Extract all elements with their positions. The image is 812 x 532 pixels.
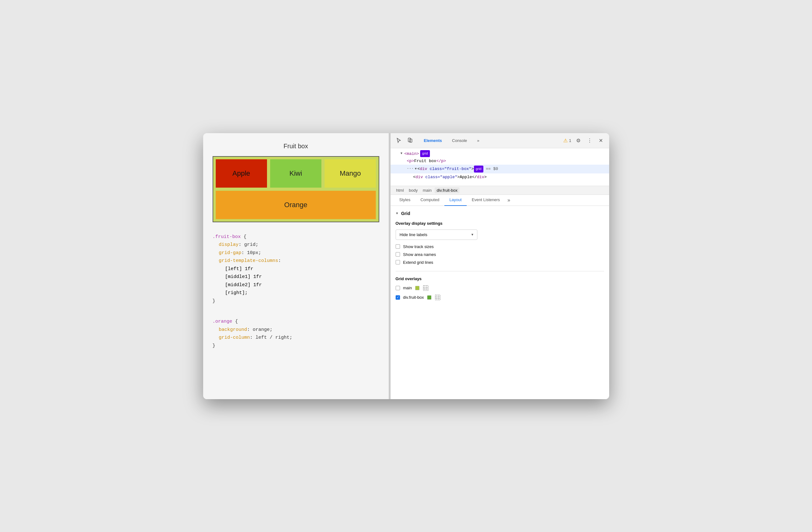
dom-badge-main: grid [420,150,430,157]
browser-content: Fruit box Apple Kiwi Mango Orange .fruit… [203,133,609,399]
browser-window: Fruit box Apple Kiwi Mango Orange .fruit… [203,133,609,399]
devtools-main-tabs: Elements Console » [420,136,561,145]
grid-overlays-title: Grid overlays [396,276,604,281]
overlay-fruitbox-swatch[interactable] [427,295,432,300]
dom-tag-fruitbox: <div class="fruit-box"> [417,165,474,172]
devtools-panel: Elements Console » ⚠ 1 ⚙ ⋮ ✕ [391,133,609,399]
ellipsis-btn[interactable]: ··· [407,166,414,172]
code-line-gridcol: grid-column: left / right; [219,334,379,342]
dom-dollar: == $0 [483,165,498,172]
code-brace-close-1: } [213,298,215,304]
fruit-grid: Apple Kiwi Mango Orange [216,159,376,219]
checkbox-area-names-box[interactable] [396,252,400,256]
panel-divider[interactable] [389,133,391,399]
code-brace-open-1: { [244,234,247,240]
devtools-toolbar: Elements Console » ⚠ 1 ⚙ ⋮ ✕ [391,133,609,148]
grid-triangle-icon: ▼ [396,212,399,215]
dom-tag-main: <main> [404,150,419,157]
tab-more[interactable]: » [473,136,484,145]
layout-content: ▼ Grid Overlay display settings Hide lin… [391,206,609,399]
svg-rect-2 [423,285,428,291]
tab-event-listeners[interactable]: Event Listeners [467,195,505,206]
checkbox-area-names[interactable]: Show area names [396,252,604,257]
code-selector-2: .orange [213,319,232,324]
dom-line-main[interactable]: ▼ <main> grid [394,150,605,157]
warning-badge: ⚠ 1 [563,138,571,143]
page-title: Fruit box [213,143,379,150]
code-line-left: [left] 1fr [225,265,379,273]
grid-section-title: Grid [401,211,410,216]
device-icon-btn[interactable] [406,136,415,145]
code-line-columns: grid-template-columns: [219,257,379,265]
tab-styles[interactable]: Styles [394,195,416,206]
overlay-main-label: main [403,285,412,290]
section-divider [396,271,604,271]
breadcrumb-main[interactable]: main [421,187,433,193]
dom-line-fruit-box[interactable]: ··· ▼ <div class="fruit-box"> grid == $0 [391,165,609,173]
checkbox-track-sizes-box[interactable] [396,244,400,249]
toolbar-right: ⚠ 1 ⚙ ⋮ ✕ [563,136,605,145]
checkbox-extend-lines-box[interactable] [396,260,400,264]
code-line-display: display: grid; [219,241,379,249]
code-line-gap: grid-gap: 10px; [219,249,379,257]
tab-layout[interactable]: Layout [444,195,467,206]
code-brace-open-2: { [235,319,238,324]
settings-btn[interactable]: ⚙ [574,136,583,145]
overlay-settings-title: Overlay display settings [396,221,604,226]
checkbox-track-sizes[interactable]: Show track sizes [396,244,604,249]
svg-rect-7 [435,295,440,300]
overlay-fruitbox-label: div.fruit-box [403,295,424,300]
overlay-fruitbox-grid-icon[interactable] [435,294,441,300]
dom-tree: ▼ <main> grid <p>Fruit box</p> ··· ▼ <di… [391,148,609,186]
cursor-icon-btn[interactable] [394,136,403,145]
tab-computed[interactable]: Computed [416,195,444,206]
dom-line-p[interactable]: <p>Fruit box</p> [394,157,605,165]
checkbox-main-box[interactable] [396,286,400,290]
grid-overlays-section: Grid overlays main [396,276,604,300]
breadcrumb-fruitbox[interactable]: div.fruit-box [435,187,459,193]
checkbox-track-sizes-label: Show track sizes [403,244,434,249]
overlay-row-main: main [396,285,604,291]
dom-triangle-main: ▼ [401,151,403,156]
checkbox-extend-lines-label: Extend grid lines [403,260,433,265]
layout-panel-tabs: Styles Computed Layout Event Listeners » [391,195,609,206]
dropdown-arrow-icon: ▾ [472,232,473,237]
fruit-cell-mango: Mango [324,159,376,187]
close-btn[interactable]: ✕ [597,136,605,145]
overlay-settings: Overlay display settings Hide line label… [396,221,604,265]
dom-tag-p: <p>Fruit box</p> [407,157,446,165]
kebab-btn[interactable]: ⋮ [585,136,594,145]
webpage-panel: Fruit box Apple Kiwi Mango Orange .fruit… [203,133,389,399]
tab-elements[interactable]: Elements [420,136,447,145]
breadcrumb: html body main div.fruit-box [391,186,609,195]
code-block-2: .orange { background: orange; grid-colum… [213,314,379,353]
warning-icon: ⚠ [563,138,568,143]
code-line-right: [right]; [225,289,379,297]
overlay-main-grid-icon[interactable] [423,285,429,291]
overlay-main-swatch[interactable] [415,286,420,290]
dom-badge-fruitbox: grid [474,166,483,172]
fruit-grid-visual: Apple Kiwi Mango Orange [213,156,379,222]
breadcrumb-html[interactable]: html [394,187,406,193]
fruit-cell-orange: Orange [216,191,376,219]
overlay-row-fruitbox: ✓ div.fruit-box [396,294,604,300]
code-line-middle2: [middle2] 1fr [225,281,379,289]
tab-console[interactable]: Console [448,136,472,145]
checkbox-extend-lines[interactable]: Extend grid lines [396,260,604,265]
checkbox-fruitbox-box[interactable]: ✓ [396,295,400,300]
fruit-cell-kiwi: Kiwi [270,159,321,187]
breadcrumb-body[interactable]: body [407,187,420,193]
code-selector-1: .fruit-box [213,234,241,240]
tab-more-panels[interactable]: » [505,195,513,206]
code-line-middle1: [middle1] 1fr [225,273,379,281]
grid-section-header[interactable]: ▼ Grid [396,211,604,216]
dom-triangle-fruitbox: ▼ [415,166,417,172]
code-line-bg: background: orange; [219,326,379,334]
checkbox-check-icon: ✓ [396,296,399,299]
code-block-1: .fruit-box { display: grid; grid-gap: 10… [213,230,379,308]
line-labels-dropdown[interactable]: Hide line labels ▾ [396,229,477,240]
warning-count: 1 [569,138,571,143]
code-brace-close-2: } [213,343,215,349]
dom-tag-apple: <div class="apple">Apple</div> [413,173,487,181]
dom-line-apple[interactable]: <div class="apple">Apple</div> [394,173,605,181]
